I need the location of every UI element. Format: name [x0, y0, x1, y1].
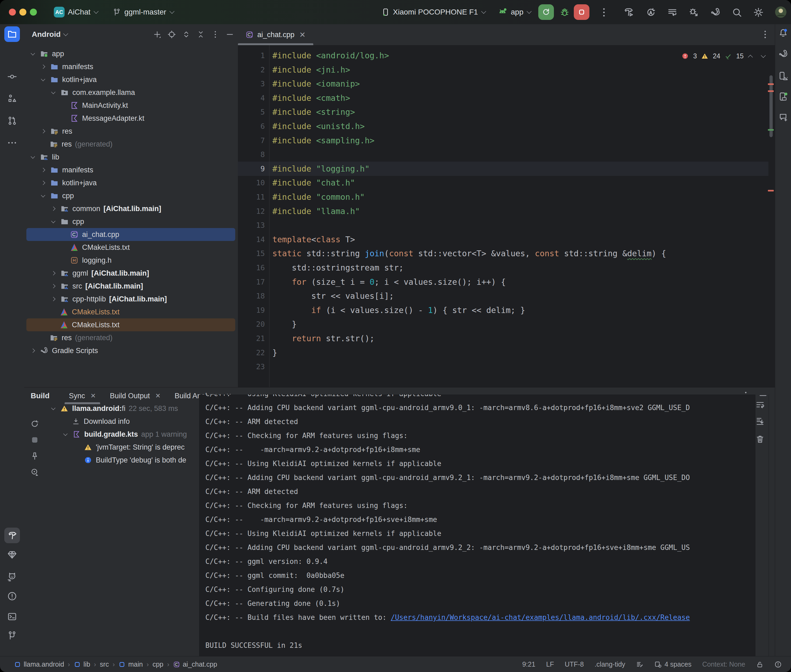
code-line-9[interactable]: 9#include "logging.h": [238, 162, 769, 176]
code-line-10[interactable]: 10#include "chat.h": [238, 176, 769, 190]
code-line-7[interactable]: 7#include <sampling.h>: [238, 133, 769, 148]
build-tree-row[interactable]: build.gradle.ktsapp 1 warning: [43, 428, 199, 441]
add-icon[interactable]: [153, 30, 162, 39]
code-line-15[interactable]: 15static std::string join(const std::vec…: [238, 246, 769, 261]
error-stripe-mark[interactable]: [768, 90, 774, 92]
tree-chevron-icon[interactable]: [30, 154, 35, 158]
apply-changes-button[interactable]: [645, 7, 656, 18]
pull-requests-tool-icon[interactable]: [7, 116, 17, 126]
terminal-tool-icon[interactable]: [7, 611, 17, 622]
commit-tool-icon[interactable]: [7, 72, 17, 82]
close-tab-icon[interactable]: ✕: [155, 392, 160, 400]
tree-chevron-icon[interactable]: [41, 181, 45, 185]
tree-row-cmakelists-txt[interactable]: CMakeLists.txt: [26, 241, 235, 254]
soft-wrap-icon[interactable]: [755, 400, 765, 410]
tree-chevron-icon[interactable]: [51, 90, 55, 94]
expand-all-icon[interactable]: [182, 30, 191, 39]
code-line-5[interactable]: 5#include <string>: [238, 105, 769, 119]
notifications-bell-icon[interactable]: [778, 28, 788, 38]
device-selector[interactable]: Xiaomi POCOPHONE F1: [382, 0, 486, 24]
build-panel-title[interactable]: Build: [30, 387, 50, 404]
filter-icon[interactable]: [30, 468, 39, 477]
tree-row-logging-h[interactable]: logging.h: [26, 254, 235, 267]
build-tree-row[interactable]: Download info: [43, 415, 199, 428]
tree-chevron-icon[interactable]: [30, 349, 35, 353]
code-area[interactable]: 1#include <android/log.h>2#include <jni.…: [238, 45, 775, 387]
clang-tidy[interactable]: .clang-tidy: [595, 661, 625, 668]
tree-chevron-icon[interactable]: [63, 432, 67, 436]
build-tab-build-output[interactable]: Build Output✕: [103, 387, 168, 404]
version-control-tool-icon[interactable]: [7, 630, 17, 640]
breadcrumb-item-src[interactable]: src: [100, 661, 109, 668]
tree-row-ggml[interactable]: ggml[AiChat.lib.main]: [26, 267, 235, 280]
debug-button[interactable]: [559, 7, 570, 18]
tree-chevron-icon[interactable]: [41, 129, 45, 133]
tree-chevron-icon[interactable]: [41, 64, 45, 69]
change-stripe-mark[interactable]: [768, 129, 774, 131]
code-line-23[interactable]: 23: [238, 360, 769, 374]
editor-options-kebab-icon[interactable]: [761, 30, 770, 39]
problems-tool-icon[interactable]: [7, 591, 17, 601]
build-project-button[interactable]: [623, 7, 634, 18]
running-devices-icon[interactable]: [778, 91, 788, 102]
encoding[interactable]: UTF-8: [565, 661, 584, 668]
run-configuration-selector[interactable]: app: [497, 0, 531, 24]
tree-row-cpp-httplib[interactable]: cpp-httplib[AiChat.lib.main]: [26, 293, 235, 306]
tree-row-kotlin-java[interactable]: kotlin+java: [26, 73, 235, 86]
build-output-path-link[interactable]: /Users/hanyin/Workspace/ai-chat/examples…: [391, 613, 690, 621]
tree-row-messageadapter-kt[interactable]: MessageAdapter.kt: [26, 112, 235, 125]
vcs-branch-selector[interactable]: ggml-master: [112, 0, 175, 24]
breadcrumb-item-lib[interactable]: lib: [74, 661, 90, 668]
tree-row-manifests[interactable]: manifests: [26, 163, 235, 176]
tree-row-kotlin-java[interactable]: kotlin+java: [26, 176, 235, 189]
editor-tab[interactable]: ai_chat.cpp ✕: [238, 24, 313, 45]
code-line-21[interactable]: 21 return str.str();: [238, 331, 769, 346]
search-everywhere-icon[interactable]: [732, 7, 742, 18]
indentation[interactable]: 4 spaces: [654, 661, 692, 668]
locate-file-icon[interactable]: [167, 30, 176, 39]
hide-panel-icon[interactable]: [226, 30, 234, 39]
close-tab-icon[interactable]: ✕: [299, 30, 305, 39]
tree-chevron-icon[interactable]: [51, 271, 55, 275]
tree-row-res[interactable]: res: [26, 125, 235, 138]
tree-row-ai-chat-cpp[interactable]: ai_chat.cpp: [26, 228, 235, 241]
minimize-panel-icon[interactable]: [758, 391, 768, 400]
code-line-18[interactable]: 18 str << values[i];: [238, 289, 769, 303]
tree-row-app[interactable]: app: [26, 47, 235, 60]
tree-row-res[interactable]: res(generated): [26, 138, 235, 150]
tree-row-cpp[interactable]: cpp: [26, 215, 235, 228]
line-ending[interactable]: LF: [546, 661, 554, 668]
project-selector[interactable]: AC AiChat: [54, 0, 98, 24]
project-tool-button-active[interactable]: [4, 26, 20, 42]
user-avatar[interactable]: [775, 6, 787, 18]
build-tree-row[interactable]: BuildType 'debug' is both de: [43, 454, 199, 467]
more-tool-windows-icon[interactable]: [7, 138, 17, 148]
error-stripe-mark[interactable]: [768, 83, 774, 85]
code-line-14[interactable]: 14template<class T>: [238, 232, 769, 246]
gradle-tool-icon[interactable]: [778, 49, 788, 59]
stop-button[interactable]: [574, 4, 589, 20]
clear-console-trash-icon[interactable]: [755, 434, 765, 444]
code-line-12[interactable]: 12#include "llama.h": [238, 204, 769, 218]
tree-chevron-icon[interactable]: [51, 284, 55, 288]
build-tree-row[interactable]: 'jvmTarget: String' is deprec: [43, 441, 199, 454]
structure-tool-icon[interactable]: [7, 94, 17, 104]
inspections-status-icon[interactable]: [774, 661, 782, 668]
tree-row-cmakelists-txt[interactable]: CMakeLists.txt: [26, 318, 235, 331]
rerun-button[interactable]: [538, 4, 554, 20]
tree-chevron-icon[interactable]: [51, 297, 55, 301]
tree-chevron-icon[interactable]: [30, 51, 35, 55]
code-line-3[interactable]: 3#include <iomanip>: [238, 77, 769, 91]
breadcrumb-item-llama-android[interactable]: llama.android: [14, 661, 64, 668]
tree-row-com-example-llama[interactable]: com.example.llama: [26, 86, 235, 99]
tree-row-cpp[interactable]: cpp: [26, 189, 235, 202]
more-actions-kebab-icon[interactable]: [598, 7, 609, 18]
collapse-all-icon[interactable]: [196, 30, 205, 39]
code-line-19[interactable]: 19 if (i < values.size() - 1) { str << d…: [238, 303, 769, 317]
code-line-6[interactable]: 6#include <unistd.h>: [238, 119, 769, 133]
tree-chevron-icon[interactable]: [51, 406, 55, 410]
panel-options-kebab-icon[interactable]: [211, 30, 220, 39]
tree-row-gradle-scripts[interactable]: Gradle Scripts: [26, 344, 235, 357]
tree-row-res[interactable]: res(generated): [26, 331, 235, 344]
code-line-2[interactable]: 2#include <jni.h>: [238, 62, 769, 77]
